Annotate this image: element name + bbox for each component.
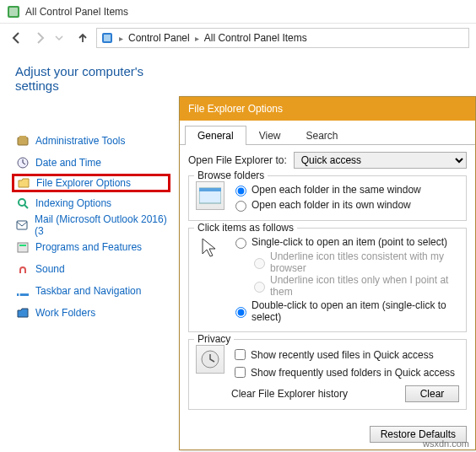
svg-rect-14: [199, 188, 221, 191]
privacy-icon: [196, 345, 224, 374]
cp-item-label: Sound: [35, 263, 65, 275]
group-title: Click items as follows: [194, 222, 297, 234]
forward-button[interactable]: [30, 28, 51, 48]
show-recent-files-checkbox[interactable]: Show recently used files in Quick access: [231, 347, 459, 363]
cp-item-label: Programs and Features: [35, 241, 142, 253]
tab-view[interactable]: View: [246, 126, 294, 145]
cp-item-icon: [15, 305, 30, 320]
open-to-select[interactable]: Quick access: [294, 152, 467, 169]
click-items-group: Click items as follows Single-click to o…: [188, 228, 467, 332]
cp-item-label: Work Folders: [35, 307, 95, 319]
tab-general[interactable]: General: [185, 126, 246, 145]
open-same-window-radio[interactable]: Open each folder in the same window: [231, 183, 459, 196]
cp-item-icon: [16, 175, 31, 191]
svg-rect-12: [19, 293, 20, 296]
folder-window-icon: [196, 181, 224, 210]
file-explorer-options-dialog: File Explorer Options GeneralViewSearch …: [179, 96, 476, 450]
cp-item-taskbar-and-navigation[interactable]: Taskbar and Navigation: [15, 282, 170, 300]
cp-item-date-and-time[interactable]: Date and Time: [15, 153, 170, 172]
control-panel-icon: [7, 5, 20, 19]
breadcrumb-sep: ▸: [193, 34, 201, 43]
svg-rect-10: [19, 245, 26, 246]
watermark: wsxdn.com: [423, 439, 469, 449]
svg-rect-4: [18, 137, 28, 145]
cp-item-administrative-tools[interactable]: Administrative Tools: [15, 132, 170, 150]
back-button[interactable]: [7, 28, 27, 48]
cp-item-icon: [15, 155, 30, 170]
svg-rect-5: [19, 136, 26, 138]
show-frequent-folders-checkbox[interactable]: Show frequently used folders in Quick ac…: [231, 364, 459, 380]
svg-rect-3: [104, 35, 111, 41]
cp-item-icon: [15, 261, 30, 277]
browse-folders-group: Browse folders Open each folder in the s…: [188, 175, 467, 221]
cp-item-mail-microsoft-outlook-2016-3[interactable]: Mail (Microsoft Outlook 2016) (3: [15, 216, 170, 234]
svg-point-7: [19, 199, 25, 206]
open-to-label: Open File Explorer to:: [188, 154, 287, 166]
single-click-radio[interactable]: Single-click to open an item (point to s…: [231, 235, 459, 249]
underline-consistent-radio: Underline icon titles consistent with my…: [250, 250, 459, 274]
cp-item-programs-and-features[interactable]: Programs and Features: [15, 238, 170, 256]
recent-locations-dropdown[interactable]: [54, 33, 66, 43]
window-title: All Control Panel Items: [25, 6, 128, 18]
cp-item-file-explorer-options[interactable]: File Explorer Options: [12, 174, 170, 192]
address-icon: [100, 31, 114, 45]
dialog-title: File Explorer Options: [180, 97, 475, 121]
open-own-window-radio[interactable]: Open each folder in its own window: [231, 198, 459, 212]
cp-item-icon: [15, 133, 30, 148]
cp-item-label: File Explorer Options: [36, 177, 131, 189]
breadcrumb-sep: ▸: [117, 34, 125, 43]
cp-item-label: Administrative Tools: [35, 135, 126, 147]
cp-item-label: Date and Time: [35, 157, 101, 169]
breadcrumb-item[interactable]: All Control Panel Items: [201, 32, 311, 44]
svg-rect-8: [17, 221, 27, 229]
breadcrumb-item[interactable]: Control Panel: [125, 32, 193, 44]
cp-item-work-folders[interactable]: Work Folders: [15, 304, 170, 322]
cp-item-label: Indexing Options: [35, 197, 111, 209]
clear-button[interactable]: Clear: [405, 385, 459, 402]
cp-item-icon: [15, 218, 30, 233]
up-button[interactable]: [73, 28, 93, 48]
cp-item-label: Mail (Microsoft Outlook 2016) (3: [35, 213, 170, 237]
tab-search[interactable]: Search: [294, 126, 351, 145]
svg-rect-9: [18, 243, 28, 252]
clear-history-label: Clear File Explorer history: [231, 388, 348, 400]
cursor-click-icon: [196, 234, 224, 262]
privacy-group: Privacy Show recently used files in Quic…: [188, 339, 467, 410]
cp-item-sound[interactable]: Sound: [15, 260, 170, 278]
cp-item-icon: [15, 239, 30, 255]
cp-item-indexing-options[interactable]: Indexing Options: [15, 194, 170, 213]
cp-item-icon: [15, 283, 30, 299]
underline-point-radio: Underline icon titles only when I point …: [250, 274, 459, 298]
group-title: Browse folders: [194, 170, 268, 181]
page-title: Adjust your computer's settings: [15, 64, 170, 93]
cp-item-icon: [15, 196, 30, 211]
group-title: Privacy: [194, 333, 234, 345]
address-bar[interactable]: ▸ Control Panel ▸ All Control Panel Item…: [96, 28, 469, 48]
double-click-radio[interactable]: Double-click to open an item (single-cli…: [231, 299, 459, 323]
svg-rect-1: [9, 8, 18, 16]
cp-item-label: Taskbar and Navigation: [35, 285, 141, 297]
